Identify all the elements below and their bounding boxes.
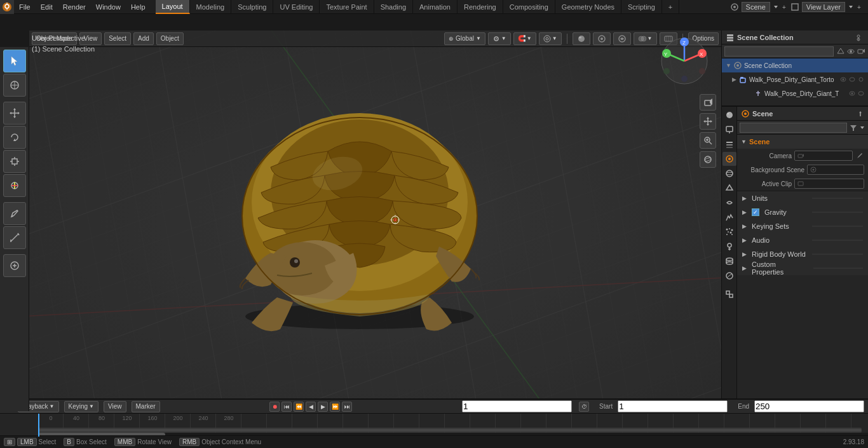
rigid-body-world-section[interactable]: ▶ Rigid Body World: [737, 247, 868, 261]
current-frame-input[interactable]: 1: [462, 400, 572, 412]
viewport-shading-rendered[interactable]: [613, 32, 631, 45]
gravity-section[interactable]: ▶ ✓ Gravity: [737, 205, 868, 219]
prop-tab-render[interactable]: [722, 108, 736, 122]
proportional-edit[interactable]: ▼: [539, 32, 562, 45]
prop-tab-world[interactable]: [722, 166, 736, 180]
outliner-sort-icon[interactable]: [836, 47, 845, 56]
jump-end-btn[interactable]: ⏭: [342, 402, 352, 412]
workspace-tab-add[interactable]: +: [662, 0, 679, 14]
scene-add-icon[interactable]: +: [782, 4, 788, 10]
outliner-filter-icon[interactable]: [855, 34, 862, 41]
workspace-tab-sculpting[interactable]: Sculpting: [231, 0, 273, 14]
scene-section-header[interactable]: ▼ Scene: [737, 135, 868, 149]
prop-expand-icon[interactable]: [859, 125, 865, 131]
camera-edit-icon[interactable]: [855, 151, 864, 160]
background-scene-value[interactable]: [807, 165, 864, 175]
custom-properties-section[interactable]: ▶ Custom Properties: [737, 261, 868, 275]
outliner-camera-icon[interactable]: [857, 47, 865, 56]
outliner-search[interactable]: [724, 46, 834, 57]
outliner-eye-icon[interactable]: [846, 47, 855, 56]
workspace-tab-texture[interactable]: Texture Paint: [320, 0, 374, 14]
move-tool[interactable]: [3, 102, 26, 125]
viewport-add-menu[interactable]: Add: [133, 32, 154, 45]
prop-pin-icon[interactable]: [857, 110, 864, 118]
camera-view-btn[interactable]: [700, 94, 716, 111]
workspace-tab-shading[interactable]: Shading: [374, 0, 413, 14]
camera-value[interactable]: [794, 151, 853, 161]
end-frame-input[interactable]: 250: [754, 400, 864, 412]
prop-tab-constraints[interactable]: [722, 196, 736, 210]
item0-render[interactable]: [858, 76, 864, 83]
prop-tab-view-layer[interactable]: [722, 137, 736, 151]
gravity-checkbox[interactable]: ✓: [752, 208, 759, 216]
prop-tab-particles[interactable]: [722, 225, 736, 239]
cursor-tool[interactable]: [3, 74, 26, 97]
viewport-shading-solid[interactable]: [573, 32, 590, 45]
viewport-shading-material[interactable]: [593, 32, 611, 45]
render-menu[interactable]: Render: [58, 0, 91, 14]
rotate-tool[interactable]: [3, 126, 26, 149]
view-layer-dropdown-icon[interactable]: [848, 4, 854, 10]
edit-menu[interactable]: Edit: [36, 0, 58, 14]
workspace-tab-animation[interactable]: Animation: [413, 0, 458, 14]
orbit-view-btn[interactable]: [700, 151, 716, 168]
prop-tab-object[interactable]: [722, 181, 736, 195]
play-reverse-btn[interactable]: ◀: [306, 402, 316, 412]
properties-search[interactable]: [740, 123, 847, 133]
window-menu[interactable]: Window: [91, 0, 126, 14]
prop-tab-material[interactable]: [722, 269, 736, 283]
view-layer-name[interactable]: View Layer: [802, 2, 845, 12]
scene-dropdown-icon[interactable]: [773, 4, 779, 10]
timeline-ruler[interactable]: 0 40 80 120 160 200 240 280: [0, 414, 868, 437]
workspace-tab-modeling[interactable]: Modeling: [190, 0, 232, 14]
scene-name[interactable]: Scene: [742, 2, 770, 12]
outliner-item-1[interactable]: ▶ Walk_Pose_Dirty_Giant_T: [722, 86, 868, 100]
zoom-view-btn[interactable]: [700, 132, 716, 149]
prop-tab-output[interactable]: [722, 123, 736, 137]
prop-tab-data[interactable]: [722, 254, 736, 268]
marker-menu[interactable]: Marker: [132, 401, 160, 412]
file-menu[interactable]: File: [14, 0, 36, 14]
prop-tab-physics[interactable]: [722, 240, 736, 254]
outliner-item-0[interactable]: ▶ Walk_Pose_Dirty_Giant_Torto: [722, 72, 868, 86]
playback-speed-btn[interactable]: ⏱: [579, 402, 589, 412]
snap-toggle[interactable]: 🧲▼: [513, 32, 536, 45]
workspace-tab-compositing[interactable]: Compositing: [503, 0, 555, 14]
item0-hide[interactable]: [849, 76, 855, 83]
workspace-tab-layout[interactable]: Layout: [156, 0, 190, 14]
viewport-select-menu[interactable]: Select: [104, 32, 131, 45]
view-menu-timeline[interactable]: View: [104, 401, 126, 412]
transform-tool[interactable]: [3, 174, 26, 197]
transform-orientation[interactable]: ⊕ Global ▼: [444, 32, 485, 45]
pan-view-btn[interactable]: [700, 113, 716, 130]
item0-visibility[interactable]: [840, 76, 846, 83]
prop-filter-icon[interactable]: [849, 123, 858, 132]
pivot-point[interactable]: ▼: [488, 32, 511, 45]
start-frame-input[interactable]: 1: [618, 400, 728, 412]
item1-hide[interactable]: [858, 90, 864, 97]
add-tool[interactable]: [3, 254, 26, 277]
play-btn[interactable]: ▶: [318, 402, 328, 412]
help-menu[interactable]: Help: [126, 0, 151, 14]
jump-start-btn[interactable]: ⏮: [281, 402, 292, 412]
step-forward-btn[interactable]: ⏩: [330, 402, 340, 412]
workspace-tab-rendering[interactable]: Rendering: [458, 0, 503, 14]
outliner-item-scene-collection[interactable]: ▼ Scene Collection: [722, 58, 868, 72]
viewport-3d[interactable]: Object Mode View Select Add Object ⊕ Glo…: [29, 31, 721, 411]
units-section[interactable]: ▶ Units: [737, 191, 868, 205]
annotate-tool[interactable]: [3, 202, 26, 225]
prop-tab-scene[interactable]: [722, 152, 736, 166]
navigation-gizmo[interactable]: Z X Y: [659, 36, 716, 93]
select-tool[interactable]: [3, 50, 26, 72]
step-back-btn[interactable]: ⏪: [294, 402, 304, 412]
measure-tool[interactable]: [3, 226, 26, 249]
prop-tab-modifier[interactable]: [722, 210, 736, 224]
viewport-object-menu[interactable]: Object: [156, 32, 184, 45]
viewport-overlay[interactable]: ▼: [634, 32, 657, 45]
item1-visibility[interactable]: [849, 90, 855, 97]
keying-sets-section[interactable]: ▶ Keying Sets: [737, 219, 868, 233]
workspace-tab-uv[interactable]: UV Editing: [273, 0, 320, 14]
active-clip-value[interactable]: [794, 179, 864, 189]
keying-menu[interactable]: Keying ▼: [64, 401, 99, 412]
prop-tab-object-data[interactable]: [722, 287, 736, 301]
